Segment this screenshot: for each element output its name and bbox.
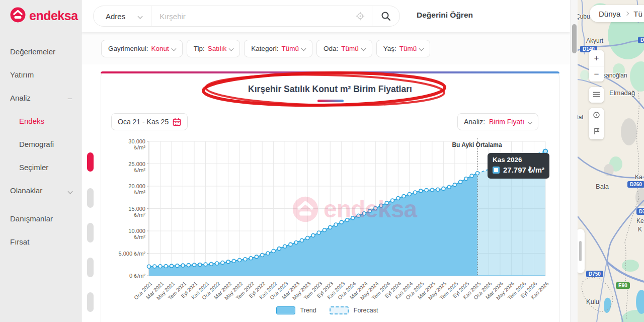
zoom-out-button[interactable]: − <box>589 66 604 82</box>
sidebar-item-firsat[interactable]: Fırsat <box>0 230 81 253</box>
chevron-down-icon <box>138 14 143 19</box>
filter-prefix: Tip: <box>194 45 205 52</box>
main-content: Gayrimenkul:KonutTip:SatılıkKategori:Tüm… <box>82 32 570 322</box>
chevron-down-icon <box>171 46 176 51</box>
filter-chip-kategori[interactable]: Kategori:Tümü <box>244 40 312 57</box>
map-breadcrumb[interactable]: Dünya Tü <box>590 5 644 22</box>
sidebar-item-label: Fırsat <box>10 237 29 246</box>
zoom-in-button[interactable]: + <box>589 50 604 66</box>
chevron-down-icon <box>361 46 366 51</box>
analysis-value: Birim Fiyatı <box>489 118 524 126</box>
filter-prefix: Kategori: <box>251 45 278 52</box>
page-scrollbar[interactable] <box>570 0 578 322</box>
search-icon <box>381 11 391 21</box>
date-range-label: Oca 21 - Kas 25 <box>118 118 169 126</box>
sidebar-scroll-indicator <box>87 258 94 277</box>
zoom-control: + − <box>589 50 604 82</box>
breadcrumb-world[interactable]: Dünya <box>599 10 620 18</box>
page-title: Kırşehir Satılık Konut m² Birim Fiyatlar… <box>101 84 559 95</box>
drawer-thumb <box>579 241 582 261</box>
sidebar-item-olanaklar[interactable]: Olanaklar <box>0 179 81 202</box>
filter-chip-oda[interactable]: Oda:Tümü <box>316 40 372 57</box>
filter-value: Tümü <box>399 45 417 52</box>
sidebar-item-label: Danışmanlar <box>10 214 53 223</box>
road-badge: D750 <box>586 271 603 277</box>
map-label: lal <box>577 114 583 121</box>
road-badge: D7 <box>636 208 644 215</box>
sidebar-scroll-indicator-active <box>87 152 94 172</box>
title-underline <box>317 100 344 102</box>
chevron-down-icon <box>68 186 72 195</box>
collapse-minus-icon: – <box>68 94 72 102</box>
sidebar-item-analiz[interactable]: Analiz– <box>0 86 81 109</box>
search-input[interactable]: Kırşehir <box>159 12 349 21</box>
brand-logo[interactable]: endeksa <box>0 0 81 25</box>
filter-bar: Gayrimenkul:KonutTip:SatılıkKategori:Tüm… <box>82 32 570 64</box>
breadcrumb-country[interactable]: Tü <box>633 10 642 18</box>
map-label: Bala <box>596 183 609 190</box>
filter-value: Satılık <box>208 45 227 52</box>
map-label: Akyurt <box>586 37 603 44</box>
sidebar-item-yatirim[interactable]: Yatırım <box>0 63 81 86</box>
legend-label: Forecast <box>354 307 378 314</box>
sidebar-item-secimler[interactable]: Seçimler <box>0 155 81 179</box>
filter-value: Tümü <box>341 45 359 52</box>
sidebar-item-label: Yatırım <box>10 70 34 79</box>
top-header: Adres Kırşehir Değerini Öğren <box>82 0 570 32</box>
filter-prefix: Oda: <box>324 45 338 52</box>
filter-prefix: Yaş: <box>383 45 396 52</box>
filter-value: Tümü <box>281 45 299 52</box>
sidebar-item-danismanlar[interactable]: Danışmanlar <box>0 207 81 230</box>
logo-icon <box>10 7 26 25</box>
legend-swatch <box>330 306 349 314</box>
map-label: Ke <box>636 217 644 224</box>
price-chart[interactable]: 0 ₺/m²5.000 ₺/m²10.000 ₺/m²15.000 ₺/m²20… <box>116 137 554 311</box>
card-accent-bar <box>101 71 559 73</box>
scrollbar-thumb[interactable] <box>572 24 577 53</box>
legend-item-forecast[interactable]: Forecast <box>330 306 385 314</box>
legend-label: Trend <box>300 307 316 314</box>
legend-item-trend[interactable]: Trend <box>276 306 324 314</box>
sidebar-item-label: Olanaklar <box>10 186 42 195</box>
chevron-down-icon <box>229 46 234 51</box>
map-label: Elmadağ <box>609 89 635 97</box>
tooltip-month: Kas 2026 <box>493 156 544 164</box>
chevron-down-icon <box>528 119 533 124</box>
layers-control <box>589 87 604 103</box>
map-tools-control <box>589 108 604 139</box>
map-label: Kulu <box>586 298 599 305</box>
filter-chip-yas[interactable]: Yaş:Tümü <box>376 40 431 57</box>
cta-value-link[interactable]: Değerini Öğren <box>417 11 473 20</box>
sidebar-item-demografi[interactable]: Demografi <box>0 132 81 155</box>
filter-value: Konut <box>151 45 169 52</box>
current-month-annotation: Bu Ayki Ortalama <box>452 141 502 148</box>
tooltip-value: 27.797 ₺/m² <box>503 166 544 175</box>
search-category-dropdown[interactable]: Adres <box>94 12 151 21</box>
sidebar-item-endeks[interactable]: Endeks <box>0 109 81 132</box>
streetview-button[interactable] <box>589 108 604 124</box>
tooltip-series-swatch <box>493 167 500 174</box>
sidebar-item-degerlemeler[interactable]: Değerlemeler <box>0 40 81 63</box>
date-range-button[interactable]: Oca 21 - Kas 25 <box>111 113 188 130</box>
sidebar-item-label: Değerlemeler <box>10 47 55 56</box>
chart-tooltip: Kas 2026 27.797 ₺/m² <box>488 153 549 179</box>
map-label: K <box>638 226 642 233</box>
y-axis-tick: 0 ₺/m² <box>116 273 145 279</box>
analysis-dropdown[interactable]: Analiz: Birim Fiyatı <box>457 113 538 130</box>
flag-button[interactable] <box>589 124 604 139</box>
chart-legend: TrendForecast <box>101 306 560 314</box>
y-axis-tick: 30.000 ₺/m² <box>116 138 145 151</box>
sidebar-item-label: Seçimler <box>19 163 48 172</box>
logo-text: endeksa <box>29 9 78 23</box>
chart-card: Kırşehir Satılık Konut m² Birim Fiyatlar… <box>101 71 559 322</box>
map-panel: Dünya Tü + − ÇubuAkyurtsanoğlanElmadağla… <box>578 0 644 322</box>
filter-prefix: Gayrimenkul: <box>108 45 148 52</box>
search-button[interactable] <box>372 11 399 21</box>
road-badge: D1 <box>638 37 644 43</box>
sidebar-scroll-indicator <box>87 292 94 312</box>
filter-chip-gayrimenkul[interactable]: Gayrimenkul:Konut <box>101 40 183 57</box>
location-target-icon[interactable] <box>349 12 372 21</box>
layers-button[interactable] <box>589 87 604 103</box>
filter-chip-tip[interactable]: Tip:Satılık <box>187 40 240 57</box>
y-axis-tick: 10.000 ₺/m² <box>116 228 145 240</box>
